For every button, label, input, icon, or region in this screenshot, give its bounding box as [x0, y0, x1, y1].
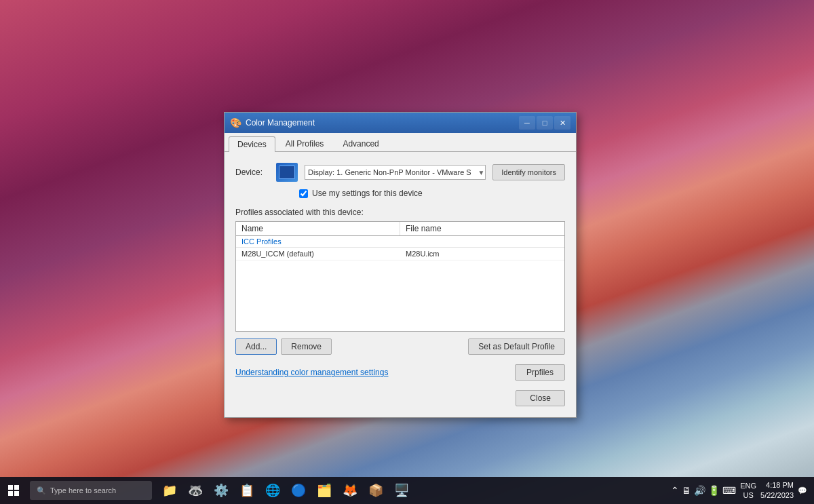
- search-icon: 🔍: [37, 486, 46, 495]
- device-row: Device: Display: 1. Generic Non-PnP Moni…: [235, 163, 565, 182]
- desktop: 🎨 Color Management ─ □ ✕ Devices All Pro…: [0, 0, 814, 504]
- icc-profiles-group: ICC Profiles: [236, 236, 564, 248]
- dialog-icon: 🎨: [230, 117, 241, 128]
- use-settings-label[interactable]: Use my settings for this device: [312, 189, 423, 198]
- tray-clock[interactable]: 4:18 PM 5/22/2023: [760, 480, 794, 501]
- tray-sound-icon[interactable]: 🔊: [694, 485, 705, 496]
- close-button[interactable]: ✕: [554, 116, 570, 130]
- col-name-header: Name: [236, 222, 400, 235]
- title-bar-buttons: ─ □ ✕: [519, 116, 570, 130]
- table-row[interactable]: M28U_ICCM (default) M28U.icm: [236, 248, 564, 260]
- remove-button[interactable]: Remove: [281, 338, 332, 355]
- monitor-icon: [276, 163, 298, 182]
- dialog-content: Device: Display: 1. Generic Non-PnP Moni…: [225, 152, 576, 417]
- tray-lang-line1: ENG: [740, 481, 756, 490]
- system-tray: ⌃ 🖥 🔊 🔋 ⌨ ENG US 4:18 PM 5/22/2023 💬: [671, 480, 814, 501]
- col-filename-header: File name: [400, 222, 564, 235]
- profile-filename-cell: M28U.icm: [400, 248, 564, 260]
- taskbar-pinned-icons: 📁 🦝 ⚙️ 📋 🌐 🔵 🗂️ 🦊 📦 🖥️: [157, 478, 414, 503]
- taskbar-app10-icon[interactable]: 🖥️: [389, 478, 414, 503]
- tray-network-icon[interactable]: 🖥: [682, 485, 691, 496]
- table-body[interactable]: ICC Profiles M28U_ICCM (default) M28U.ic…: [236, 236, 564, 331]
- minimize-button[interactable]: ─: [519, 116, 535, 130]
- set-default-profile-button[interactable]: Set as Default Profile: [468, 338, 565, 355]
- notifications-icon[interactable]: 💬: [798, 486, 807, 495]
- tab-advanced[interactable]: Advanced: [334, 136, 387, 151]
- tab-all-profiles[interactable]: All Profiles: [277, 136, 333, 151]
- windows-logo-icon: [8, 485, 19, 496]
- taskbar-app4-icon[interactable]: 📋: [235, 478, 259, 503]
- profiles-button[interactable]: Prpfiles: [515, 364, 565, 381]
- profiles-section-label: Profiles associated with this device:: [235, 208, 565, 217]
- search-placeholder: Type here to search: [50, 486, 116, 495]
- taskbar-file-explorer-icon[interactable]: 📁: [157, 478, 182, 503]
- taskbar-search[interactable]: 🔍 Type here to search: [30, 481, 152, 500]
- tray-lang-line2: US: [740, 490, 756, 500]
- tray-date: 5/22/2023: [760, 490, 794, 501]
- tray-language[interactable]: ENG US: [740, 481, 756, 501]
- tab-bar: Devices All Profiles Advanced: [225, 133, 576, 152]
- maximize-button[interactable]: □: [537, 116, 553, 130]
- start-button[interactable]: [0, 477, 27, 504]
- tray-battery-icon[interactable]: 🔋: [708, 485, 720, 496]
- tray-keyboard-icon[interactable]: ⌨: [722, 485, 736, 496]
- device-select[interactable]: Display: 1. Generic Non-PnP Monitor - VM…: [305, 165, 486, 180]
- identify-monitors-button[interactable]: Identify monitors: [492, 164, 565, 180]
- profiles-table: Name File name ICC Profiles M28U_ICCM (d…: [235, 221, 565, 332]
- use-settings-checkbox[interactable]: [299, 189, 308, 198]
- tray-time: 4:18 PM: [760, 480, 794, 490]
- understanding-color-management-link[interactable]: Understanding color management settings: [235, 368, 388, 377]
- tray-chevron-icon[interactable]: ⌃: [671, 485, 679, 496]
- tab-devices[interactable]: Devices: [229, 136, 275, 152]
- checkbox-row: Use my settings for this device: [299, 189, 565, 198]
- dialog-title: Color Management: [246, 118, 515, 128]
- action-buttons-row: Add... Remove Set as Default Profile: [235, 338, 565, 355]
- taskbar-app2-icon[interactable]: 🦝: [183, 478, 208, 503]
- add-button[interactable]: Add...: [235, 338, 277, 355]
- color-management-dialog: 🎨 Color Management ─ □ ✕ Devices All Pro…: [224, 112, 577, 418]
- taskbar-firefox-icon[interactable]: 🦊: [338, 478, 362, 503]
- link-row: Understanding color management settings …: [235, 364, 565, 381]
- title-bar: 🎨 Color Management ─ □ ✕: [225, 113, 576, 133]
- device-label: Device:: [235, 168, 269, 177]
- taskbar-app9-icon[interactable]: 📦: [364, 478, 388, 503]
- device-select-wrapper: Display: 1. Generic Non-PnP Monitor - VM…: [305, 165, 486, 180]
- close-row: Close: [235, 390, 565, 406]
- tray-icons: ⌃ 🖥 🔊 🔋 ⌨: [671, 485, 736, 496]
- close-dialog-button[interactable]: Close: [516, 390, 565, 406]
- taskbar-app7-icon[interactable]: 🗂️: [312, 478, 336, 503]
- taskbar: 🔍 Type here to search 📁 🦝 ⚙️ 📋 🌐 🔵 🗂️ 🦊 …: [0, 477, 814, 504]
- profile-name-cell: M28U_ICCM (default): [236, 248, 400, 260]
- taskbar-edge-icon[interactable]: 🌐: [260, 478, 285, 503]
- taskbar-settings-icon[interactable]: ⚙️: [209, 478, 233, 503]
- taskbar-app6-icon[interactable]: 🔵: [286, 478, 311, 503]
- table-header: Name File name: [236, 222, 564, 236]
